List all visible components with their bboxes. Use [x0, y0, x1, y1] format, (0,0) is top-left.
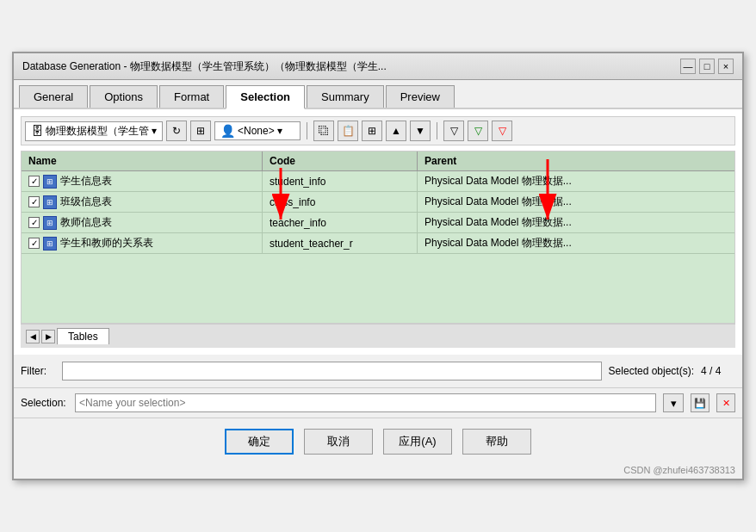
cell-name-1: ✓ ⊞ 班级信息表: [22, 192, 263, 212]
col-name: Name: [22, 152, 263, 170]
window-controls: — □ ×: [680, 59, 734, 74]
cell-name-3: ✓ ⊞ 学生和教师的关系表: [22, 233, 263, 253]
tab-content: 🗄 物理数据模型（学生管 ▾ ↻ ⊞ 👤 <None> ▾ ⿻ 📋 ⊞ ▲ ▼ …: [14, 109, 742, 355]
refresh-button[interactable]: ↻: [166, 121, 187, 141]
toolbar: 🗄 物理数据模型（学生管 ▾ ↻ ⊞ 👤 <None> ▾ ⿻ 📋 ⊞ ▲ ▼ …: [21, 116, 735, 145]
user-dropdown-arrow: ▾: [277, 125, 282, 137]
table-type-icon-0: ⊞: [43, 175, 57, 189]
selection-dropdown-button[interactable]: ▾: [663, 393, 684, 412]
name-label-1: 班级信息表: [60, 195, 112, 209]
cell-code-1: class_info: [263, 192, 418, 212]
table-type-icon-3: ⊞: [43, 237, 57, 251]
minimize-button[interactable]: —: [680, 59, 696, 74]
close-button[interactable]: ×: [718, 59, 734, 74]
model-dropdown-label: 物理数据模型（学生管: [46, 124, 149, 139]
model-dropdown[interactable]: 🗄 物理数据模型（学生管 ▾: [25, 121, 163, 141]
selection-clear-button[interactable]: ✕: [716, 393, 735, 412]
checkbox-3[interactable]: ✓: [28, 238, 40, 249]
help-button[interactable]: 帮助: [462, 429, 531, 455]
paste-button[interactable]: 📋: [338, 121, 358, 141]
filter-label: Filter:: [21, 365, 55, 377]
selection-input[interactable]: [75, 393, 656, 412]
cell-parent-3: Physical Data Model 物理数据...: [418, 233, 734, 253]
apply-button[interactable]: 应用(A): [383, 429, 452, 455]
cell-parent-2: Physical Data Model 物理数据...: [418, 213, 734, 232]
filter-clear-button[interactable]: ▽: [492, 121, 512, 141]
data-table: Name Code Parent ✓ ⊞ 学生信息表 student_info …: [21, 151, 735, 324]
down-button[interactable]: ▼: [410, 121, 431, 141]
tabs-bar: General Options Format Selection Summary…: [14, 80, 742, 109]
selection-save-button[interactable]: 💾: [691, 393, 710, 412]
selected-objects-count: 4 / 4: [701, 365, 735, 377]
tab-general[interactable]: General: [19, 85, 88, 108]
tab-tables[interactable]: Tables: [57, 328, 109, 344]
name-label-2: 教师信息表: [60, 215, 112, 230]
model-dropdown-arrow: ▾: [152, 125, 157, 137]
col-code: Code: [263, 152, 418, 170]
cell-code-0: student_info: [263, 171, 418, 191]
cell-name-0: ✓ ⊞ 学生信息表: [22, 171, 263, 191]
tab-options[interactable]: Options: [90, 85, 158, 108]
separator-2: [437, 122, 437, 139]
table-row[interactable]: ✓ ⊞ 学生信息表 student_info Physical Data Mod…: [22, 171, 734, 192]
table-row[interactable]: ✓ ⊞ 学生和教师的关系表 student_teacher_r Physical…: [22, 233, 734, 254]
selection-row: Selection: ▾ 💾 ✕: [14, 388, 742, 418]
nav-prev-button[interactable]: ◀: [26, 330, 40, 343]
tab-selection[interactable]: Selection: [226, 85, 305, 109]
confirm-button[interactable]: 确定: [225, 429, 294, 455]
empty-area: [22, 254, 734, 323]
cell-name-2: ✓ ⊞ 教师信息表: [22, 213, 263, 232]
table-row[interactable]: ✓ ⊞ 教师信息表 teacher_info Physical Data Mod…: [22, 213, 734, 233]
window-title: Database Generation - 物理数据模型（学生管理系统）（物理数…: [22, 59, 387, 74]
name-label-0: 学生信息表: [60, 174, 112, 189]
checkbox-2[interactable]: ✓: [28, 217, 40, 228]
separator-1: [307, 122, 307, 139]
tab-format[interactable]: Format: [159, 85, 224, 108]
filter-active-button[interactable]: ▽: [468, 121, 488, 141]
up-button[interactable]: ▲: [386, 121, 406, 141]
cell-code-2: teacher_info: [263, 213, 418, 232]
cell-parent-1: Physical Data Model 物理数据...: [418, 192, 734, 212]
watermark: CSDN @zhufei463738313: [14, 463, 742, 479]
cell-parent-0: Physical Data Model 物理数据...: [418, 171, 734, 191]
checkbox-1[interactable]: ✓: [28, 196, 40, 207]
nav-next-button[interactable]: ▶: [41, 330, 55, 343]
bottom-tabs: ◀ ▶ Tables: [21, 324, 735, 348]
selected-objects-label: Selected object(s):: [609, 365, 694, 377]
grid-button[interactable]: ⊞: [362, 121, 382, 141]
user-dropdown-label: <None>: [238, 125, 275, 137]
name-label-3: 学生和教师的关系表: [60, 236, 153, 251]
user-dropdown[interactable]: 👤 <None> ▾: [214, 121, 301, 140]
cell-code-3: student_teacher_r: [263, 233, 418, 253]
table-type-icon-1: ⊞: [43, 195, 57, 209]
filter-button[interactable]: ▽: [443, 121, 464, 141]
main-window: Database Generation - 物理数据模型（学生管理系统）（物理数…: [12, 52, 744, 480]
filter-input[interactable]: [62, 362, 602, 380]
table-type-icon-2: ⊞: [43, 216, 57, 230]
footer-buttons: 确定 取消 应用(A) 帮助: [14, 418, 742, 463]
table-row[interactable]: ✓ ⊞ 班级信息表 class_info Physical Data Model…: [22, 192, 734, 213]
col-parent: Parent: [418, 152, 734, 170]
cancel-button[interactable]: 取消: [304, 429, 373, 455]
filter-row: Filter: Selected object(s): 4 / 4: [14, 355, 742, 387]
checkbox-0[interactable]: ✓: [28, 176, 40, 187]
tab-preview[interactable]: Preview: [386, 85, 455, 108]
selection-label: Selection:: [21, 397, 68, 409]
table-header: Name Code Parent: [22, 152, 734, 171]
copy-button[interactable]: ⿻: [313, 121, 334, 141]
tab-summary[interactable]: Summary: [307, 85, 384, 108]
maximize-button[interactable]: □: [699, 59, 715, 74]
expand-button[interactable]: ⊞: [190, 121, 211, 141]
title-bar: Database Generation - 物理数据模型（学生管理系统）（物理数…: [14, 53, 742, 80]
